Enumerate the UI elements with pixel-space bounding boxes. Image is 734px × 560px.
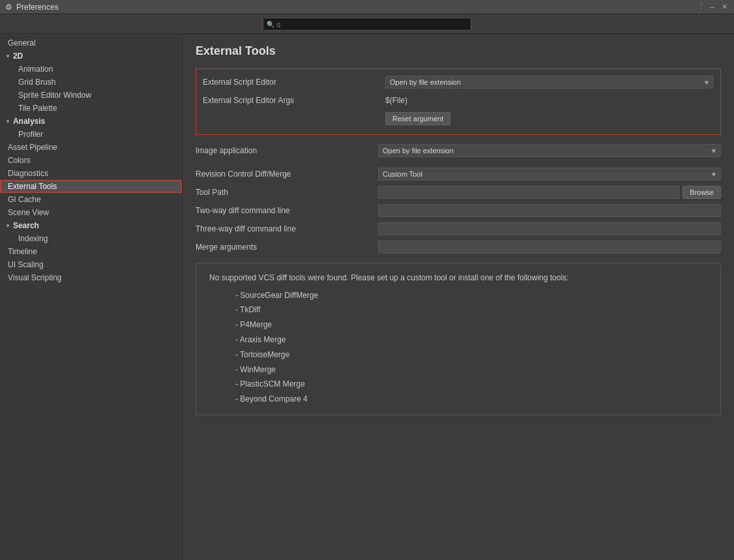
sidebar-item-sprite-editor[interactable]: Sprite Editor Window	[0, 89, 182, 102]
list-item: - Beyond Compare 4	[235, 392, 707, 407]
sidebar-label-scene-view: Scene View	[8, 208, 49, 217]
preferences-window: ⚙ Preferences ⋮ ─ ✕ 🔍 General ▼ 2D	[0, 0, 734, 560]
tool-path-label: Tool Path	[196, 188, 378, 197]
sidebar-label-asset-pipeline: Asset Pipeline	[8, 143, 57, 152]
sidebar-label-profiler: Profiler	[18, 130, 43, 139]
sidebar-item-timeline[interactable]: Timeline	[0, 245, 182, 258]
script-editor-select-wrapper: Open by file extension ▼	[385, 76, 714, 89]
main-area: General ▼ 2D Animation Grid Brush Sprite…	[0, 34, 734, 560]
search-bar: 🔍	[0, 14, 734, 34]
sidebar-item-profiler[interactable]: Profiler	[0, 128, 182, 141]
sidebar-item-gi-cache[interactable]: GI Cache	[0, 193, 182, 206]
sidebar-label-external-tools: External Tools	[8, 182, 57, 191]
script-editor-args-label: External Script Editor Args	[203, 96, 385, 105]
title-bar: ⚙ Preferences ⋮ ─ ✕	[0, 0, 734, 14]
close-button[interactable]: ✕	[720, 3, 729, 12]
sidebar-label-timeline: Timeline	[8, 247, 37, 256]
sidebar-label-2d: 2D	[13, 52, 23, 61]
sidebar-label-sprite-editor: Sprite Editor Window	[18, 91, 91, 100]
reset-row: Reset argument	[203, 111, 714, 126]
browse-button[interactable]: Browse	[683, 186, 721, 199]
vcs-message-text: No supported VCS diff tools were found. …	[209, 271, 707, 286]
sidebar-label-ui-scaling: UI Scaling	[8, 260, 44, 269]
three-way-label: Three-way diff command line	[196, 224, 378, 233]
sidebar-item-general[interactable]: General	[0, 37, 182, 50]
script-editor-section: External Script Editor Open by file exte…	[196, 68, 721, 135]
title-bar-left: ⚙ Preferences	[5, 3, 59, 12]
sidebar-item-search[interactable]: ▼ Search	[0, 219, 182, 232]
sidebar-item-asset-pipeline[interactable]: Asset Pipeline	[0, 141, 182, 154]
vcs-tools-list: - SourceGear DiffMerge - TkDiff - P4Merg…	[209, 288, 707, 407]
reset-argument-button[interactable]: Reset argument	[385, 112, 450, 125]
three-way-row: Three-way diff command line	[196, 221, 721, 237]
two-way-input[interactable]	[378, 204, 721, 217]
sidebar-item-diagnostics[interactable]: Diagnostics	[0, 167, 182, 180]
search-icon: 🔍	[267, 20, 274, 27]
content-area: External Tools External Script Editor Op…	[183, 34, 734, 560]
gear-icon: ⚙	[5, 3, 12, 12]
sidebar-label-diagnostics: Diagnostics	[8, 169, 48, 178]
sidebar-label-general: General	[8, 38, 36, 48]
sidebar-item-ui-scaling[interactable]: UI Scaling	[0, 258, 182, 271]
sidebar-label-grid-brush: Grid Brush	[18, 78, 55, 87]
script-editor-row: External Script Editor Open by file exte…	[203, 74, 714, 90]
sidebar-label-search: Search	[13, 221, 39, 230]
sidebar-item-indexing[interactable]: Indexing	[0, 232, 182, 245]
revision-control-section: Revision Control Diff/Merge Custom Tool …	[196, 166, 721, 255]
sidebar-label-visual-scripting: Visual Scripting	[8, 273, 62, 282]
list-item: - SourceGear DiffMerge	[235, 288, 707, 303]
page-title: External Tools	[196, 44, 721, 58]
list-item: - P4Merge	[235, 317, 707, 332]
triangle-analysis: ▼	[5, 119, 10, 125]
sidebar-item-colors[interactable]: Colors	[0, 154, 182, 167]
sidebar-item-scene-view[interactable]: Scene View	[0, 206, 182, 219]
sidebar-label-animation: Animation	[18, 65, 53, 74]
script-editor-args-value: $(File)	[385, 96, 714, 105]
list-item: - PlasticSCM Merge	[235, 377, 707, 392]
script-editor-label: External Script Editor	[203, 78, 385, 87]
sidebar-item-animation[interactable]: Animation	[0, 63, 182, 76]
list-item: - WinMerge	[235, 362, 707, 377]
image-app-select-wrapper: Open by file extension ▼	[378, 144, 721, 157]
image-app-row: Image application Open by file extension…	[196, 143, 721, 158]
title-bar-right: ⋮ ─ ✕	[696, 3, 729, 12]
sidebar-item-2d[interactable]: ▼ 2D	[0, 50, 182, 63]
revision-control-label: Revision Control Diff/Merge	[196, 169, 378, 179]
sidebar-item-external-tools[interactable]: External Tools	[0, 180, 182, 193]
tool-path-row: Tool Path Browse	[196, 184, 721, 200]
sidebar-item-analysis[interactable]: ▼ Analysis	[0, 115, 182, 128]
sidebar-item-visual-scripting[interactable]: Visual Scripting	[0, 271, 182, 284]
vcs-message-box: No supported VCS diff tools were found. …	[196, 263, 721, 415]
kebab-menu-button[interactable]: ⋮	[696, 3, 705, 12]
search-wrapper: 🔍	[263, 18, 471, 31]
sidebar-item-tile-palette[interactable]: Tile Palette	[0, 102, 182, 115]
triangle-search: ▼	[5, 223, 10, 229]
merge-args-input[interactable]	[378, 241, 721, 254]
list-item: - TkDiff	[235, 302, 707, 317]
sidebar: General ▼ 2D Animation Grid Brush Sprite…	[0, 34, 183, 560]
sidebar-item-grid-brush[interactable]: Grid Brush	[0, 76, 182, 89]
revision-control-select[interactable]: Custom Tool	[378, 168, 721, 181]
image-app-section: Image application Open by file extension…	[196, 143, 721, 158]
sidebar-label-colors: Colors	[8, 156, 31, 165]
three-way-input[interactable]	[378, 222, 721, 235]
script-editor-args-row: External Script Editor Args $(File)	[203, 93, 714, 108]
two-way-row: Two-way diff command line	[196, 203, 721, 218]
tool-path-input-wrapper: Browse	[378, 186, 721, 199]
search-input[interactable]	[263, 18, 471, 31]
merge-args-row: Merge arguments	[196, 239, 721, 255]
sidebar-label-tile-palette: Tile Palette	[18, 104, 57, 113]
image-app-label: Image application	[196, 146, 378, 155]
revision-control-select-wrapper: Custom Tool ▼	[378, 168, 721, 181]
script-editor-select[interactable]: Open by file extension	[385, 76, 714, 89]
merge-args-label: Merge arguments	[196, 243, 378, 252]
tool-path-input[interactable]	[378, 186, 680, 199]
image-app-select[interactable]: Open by file extension	[378, 144, 721, 157]
list-item: - Araxis Merge	[235, 332, 707, 347]
minimize-button[interactable]: ─	[708, 3, 717, 12]
sidebar-label-analysis: Analysis	[13, 117, 45, 126]
sidebar-label-gi-cache: GI Cache	[8, 195, 41, 204]
sidebar-label-indexing: Indexing	[18, 234, 48, 243]
list-item: - TortoiseMerge	[235, 347, 707, 362]
two-way-label: Two-way diff command line	[196, 206, 378, 215]
